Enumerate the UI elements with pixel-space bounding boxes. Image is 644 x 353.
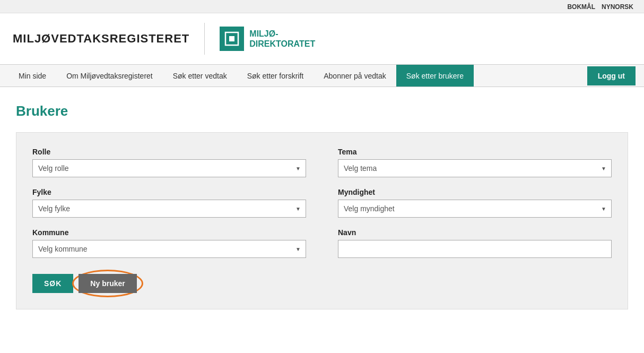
main-nav: Min side Om Miljøvedtaksregisteret Søk e… [0, 65, 644, 87]
logo-svg [224, 31, 239, 46]
myndighet-group: Myndighet Velg myndighet [338, 188, 612, 218]
tab-vedtak[interactable]: Søk etter vedtak [163, 65, 237, 87]
navn-input[interactable] [338, 240, 612, 258]
tab-forskrift[interactable]: Søk etter forskrift [237, 65, 314, 87]
fylke-select[interactable]: Velg fylke [32, 200, 306, 218]
myndighet-select[interactable]: Velg myndighet [338, 200, 612, 218]
button-row: SØK Ny bruker [32, 274, 612, 293]
kommune-select[interactable]: Velg kommune [32, 240, 306, 258]
logo-icon [220, 27, 244, 51]
right-column: Tema Velg tema Myndighet Velg myndighet [338, 148, 612, 269]
tema-select[interactable]: Velg tema [338, 159, 612, 177]
rolle-group: Rolle Velg rolle [32, 148, 306, 177]
bokmaal-link[interactable]: BOKMÅL [567, 3, 595, 11]
search-form: Rolle Velg rolle Fylke Velg fylke [16, 132, 628, 309]
main-content: Brukere Rolle Velg rolle Fylke [0, 87, 644, 336]
rolle-label: Rolle [32, 148, 306, 156]
search-button[interactable]: SØK [32, 274, 73, 293]
navn-label: Navn [338, 228, 612, 237]
myndighet-label: Myndighet [338, 188, 612, 196]
header: MILJØVEDTAKSREGISTERET MILJØ- DIREKTORAT… [0, 13, 644, 65]
fylke-group: Fylke Velg fylke [32, 188, 306, 218]
kommune-select-wrapper: Velg kommune [32, 240, 306, 258]
fylke-select-wrapper: Velg fylke [32, 200, 306, 218]
kommune-group: Kommune Velg kommune [32, 228, 306, 258]
new-user-wrapper: Ny bruker [79, 274, 136, 293]
tema-group: Tema Velg tema [338, 148, 612, 177]
header-divider [204, 23, 205, 55]
left-column: Rolle Velg rolle Fylke Velg fylke [32, 148, 306, 269]
rolle-select[interactable]: Velg rolle [32, 159, 306, 177]
logout-button[interactable]: Logg ut [587, 66, 636, 85]
tema-select-wrapper: Velg tema [338, 159, 612, 177]
tema-label: Tema [338, 148, 612, 156]
nav-tabs: Min side Om Miljøvedtaksregisteret Søk e… [8, 65, 587, 87]
new-user-button[interactable]: Ny bruker [79, 274, 136, 293]
nynorsk-link[interactable]: NYNORSK [602, 3, 633, 11]
page-title: Brukere [16, 103, 628, 119]
tab-abonner[interactable]: Abonner på vedtak [314, 65, 396, 87]
kommune-label: Kommune [32, 228, 306, 237]
svg-rect-1 [229, 36, 234, 41]
tab-min-side[interactable]: Min side [8, 65, 56, 87]
fylke-label: Fylke [32, 188, 306, 196]
tab-om[interactable]: Om Miljøvedtaksregisteret [56, 65, 163, 87]
language-bar: BOKMÅL NYNORSK [0, 0, 644, 13]
logo-text: MILJØ- DIREKTORATET [249, 29, 315, 49]
logo: MILJØ- DIREKTORATET [220, 27, 315, 51]
site-title: MILJØVEDTAKSREGISTERET [13, 32, 189, 46]
myndighet-select-wrapper: Velg myndighet [338, 200, 612, 218]
navn-group: Navn [338, 228, 612, 258]
form-grid: Rolle Velg rolle Fylke Velg fylke [32, 148, 612, 269]
tab-brukere[interactable]: Søk etter brukere [396, 65, 474, 87]
rolle-select-wrapper: Velg rolle [32, 159, 306, 177]
